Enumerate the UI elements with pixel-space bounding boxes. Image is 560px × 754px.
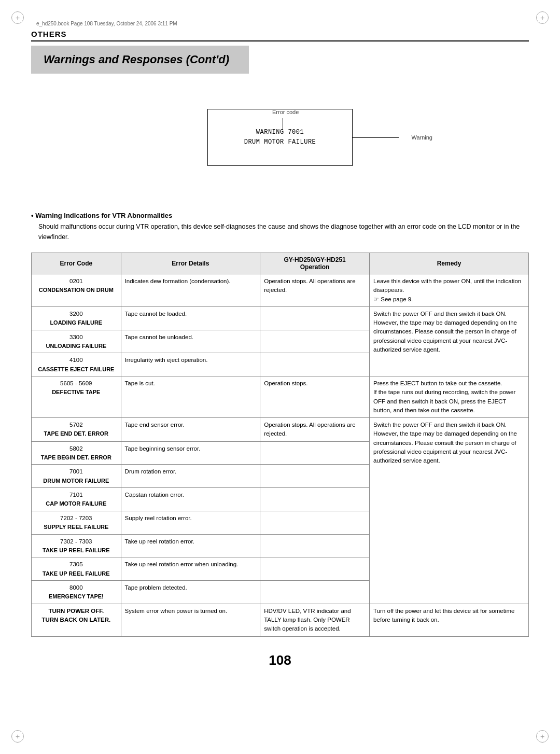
operation-cell [260,330,370,353]
operation-cell [260,441,370,465]
table-row: 0201CONDENSATION ON DRUMIndicates dew fo… [32,274,529,307]
error-details-cell: Indicates dew formation (condensation). [121,274,260,307]
error-code-cell: 5605 - 5609DEFECTIVE TAPE [32,376,121,418]
page-container: e_hd250.book Page 108 Tuesday, October 2… [0,0,560,754]
operation-cell [260,557,370,581]
error-code-cell: 7202 - 7203SUPPLY REEL FAILURE [32,511,121,534]
remedy-cell: Turn off the power and let this device s… [370,604,529,636]
error-code-cell: TURN POWER OFF.TURN BACK ON LATER. [32,604,121,636]
error-code-cell: 4100CASSETTE EJECT FAILURE [32,353,121,376]
table-row: TURN POWER OFF.TURN BACK ON LATER.System… [32,604,529,636]
operation-cell [260,306,370,330]
remedy-cell: Switch the power OFF and then switch it … [370,418,529,604]
operation-cell [260,465,370,488]
error-code-cell: 0201CONDENSATION ON DRUM [32,274,121,307]
col-header-operation: GY-HD250/GY-HD251Operation [260,253,370,274]
error-details-cell: Take up reel rotation error. [121,534,260,557]
remedy-cell: Switch the power OFF and then switch it … [370,306,529,376]
top-bar: e_hd250.book Page 108 Tuesday, October 2… [36,21,529,26]
corner-tr [536,11,549,24]
operation-cell: Operation stops. All operations are reje… [260,418,370,442]
error-code-cell: 7302 - 7303TAKE UP REEL FAILURE [32,534,121,557]
warning-label: Warning [411,134,432,141]
table-row: 5702TAPE END DET. ERRORTape end sensor e… [32,418,529,442]
section-header: OTHERS [31,30,529,41]
page-number: 108 [31,652,529,668]
corner-tl [11,11,24,24]
operation-cell [260,581,370,604]
error-details-cell: Tape cannot be unloaded. [121,330,260,353]
col-header-details: Error Details [121,253,260,274]
error-code-cell: 5802TAPE BEGIN DET. ERROR [32,441,121,465]
error-details-cell: Irregularity with eject operation. [121,353,260,376]
col-header-error: Error Code [32,253,121,274]
col-header-remedy: Remedy [370,253,529,274]
error-code-cell: 7101CAP MOTOR FAILURE [32,488,121,511]
error-details-cell: Tape cannot be loaded. [121,306,260,330]
error-details-cell: Capstan rotation error. [121,488,260,511]
remedy-cell: Leave this device with the power ON, unt… [370,274,529,307]
diagram-area: Error code WARNING 7001 DRUM MOTOR FAILU… [31,109,529,197]
error-details-cell: Tape is cut. [121,376,260,418]
corner-br [536,730,549,743]
diagram-box: WARNING 7001 DRUM MOTOR FAILURE Warning [207,109,353,166]
operation-cell: Operation stops. [260,376,370,418]
operation-cell [260,488,370,511]
operation-cell [260,353,370,376]
bullet-title: Warning Indications for VTR Abnormalitie… [31,212,529,219]
title-box: Warnings and Responses (Cont'd) [31,46,249,74]
error-details-cell: System error when power is turned on. [121,604,260,636]
operation-cell [260,511,370,534]
corner-bl [11,730,24,743]
operation-cell [260,534,370,557]
error-details-cell: Supply reel rotation error. [121,511,260,534]
error-code-cell: 7001DRUM MOTOR FAILURE [32,465,121,488]
error-code-cell: 7305TAKE UP REEL FAILURE [32,557,121,581]
operation-cell: Operation stops. All operations are reje… [260,274,370,307]
error-details-cell: Drum rotation error. [121,465,260,488]
diagram-box-text: WARNING 7001 DRUM MOTOR FAILURE [244,128,316,147]
error-code-cell: 5702TAPE END DET. ERROR [32,418,121,442]
error-table: Error Code Error Details GY-HD250/GY-HD2… [31,253,529,637]
error-code-cell: 3200LOADING FAILURE [32,306,121,330]
bullet-text: Should malfunctions occur during VTR ope… [38,221,529,242]
bullet-section: Warning Indications for VTR Abnormalitie… [31,212,529,242]
table-row: 5605 - 5609DEFECTIVE TAPETape is cut.Ope… [32,376,529,418]
remedy-cell: Press the EJECT button to take out the c… [370,376,529,418]
error-code-cell: 8000EMERGENCY TAPE! [32,581,121,604]
error-details-cell: Tape beginning sensor error. [121,441,260,465]
error-details-cell: Take up reel rotation error when unloadi… [121,557,260,581]
error-details-cell: Tape problem detected. [121,581,260,604]
error-code-cell: 3300UNLOADING FAILURE [32,330,121,353]
warning-arrow-line [352,137,399,138]
table-row: 3200LOADING FAILURETape cannot be loaded… [32,306,529,330]
error-details-cell: Tape end sensor error. [121,418,260,442]
operation-cell: HDV/DV LED, VTR indicator and TALLY lamp… [260,604,370,636]
page-title: Warnings and Responses (Cont'd) [44,53,236,66]
